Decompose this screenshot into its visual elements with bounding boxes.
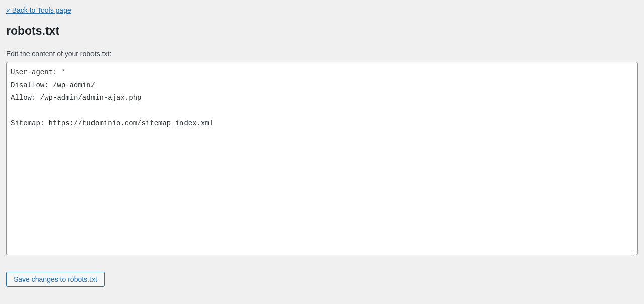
robots-txt-textarea[interactable] [6,62,638,255]
robots-editor-label: Edit the content of your robots.txt: [6,50,638,58]
save-robots-button[interactable]: Save changes to robots.txt [6,272,105,287]
back-to-tools-link[interactable]: « Back to Tools page [6,6,71,14]
page-title: robots.txt [6,24,638,38]
